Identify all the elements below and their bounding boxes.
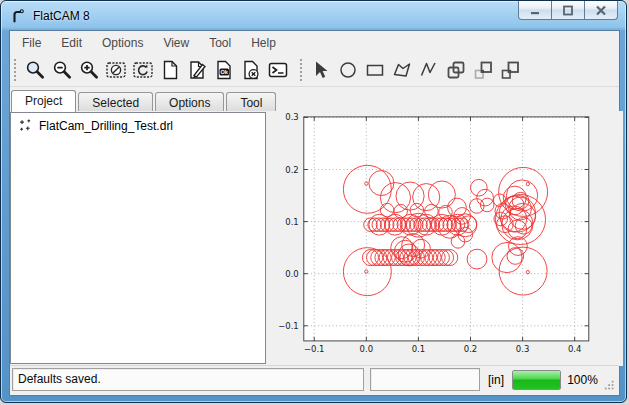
union-tool-button[interactable] bbox=[442, 56, 469, 84]
tab-tool[interactable]: Tool bbox=[226, 92, 276, 111]
tab-selected[interactable]: Selected bbox=[78, 92, 153, 111]
clear-plot-icon bbox=[105, 59, 127, 81]
svg-text:0.2: 0.2 bbox=[464, 344, 478, 354]
clear-plot-button[interactable] bbox=[102, 56, 129, 84]
new-file-button[interactable] bbox=[156, 56, 183, 84]
resize-grip-icon[interactable] bbox=[604, 379, 615, 392]
window-controls bbox=[519, 1, 618, 20]
menu-help[interactable]: Help bbox=[241, 32, 286, 54]
svg-text:0.4: 0.4 bbox=[568, 344, 582, 354]
status-aux-box bbox=[370, 368, 480, 391]
toolbar-grip-2[interactable] bbox=[299, 58, 303, 82]
intersection-tool-button[interactable] bbox=[469, 56, 496, 84]
zoom-out-icon bbox=[51, 59, 73, 81]
close-icon bbox=[595, 5, 607, 16]
ok-file-icon: Ok bbox=[213, 59, 235, 81]
cancel-file-button[interactable] bbox=[237, 56, 264, 84]
drill-object-icon bbox=[18, 118, 33, 133]
svg-text:−0.1: −0.1 bbox=[304, 344, 325, 354]
menu-bar: File Edit Options View Tool Help bbox=[10, 31, 619, 54]
menu-tool[interactable]: Tool bbox=[199, 32, 241, 54]
main-toolbar: Ok bbox=[10, 54, 619, 87]
menu-options[interactable]: Options bbox=[92, 32, 153, 54]
maximize-button[interactable] bbox=[551, 1, 585, 20]
zoom-in-icon bbox=[78, 59, 100, 81]
shell-icon bbox=[267, 59, 289, 81]
edit-file-icon bbox=[186, 59, 208, 81]
status-message: Defaults saved. bbox=[12, 368, 364, 391]
progress-percent-label: 100% bbox=[567, 373, 598, 387]
tree-item-drill-object[interactable]: FlatCam_Drilling_Test.drl bbox=[11, 113, 265, 133]
menu-view[interactable]: View bbox=[153, 32, 199, 54]
close-button[interactable] bbox=[584, 1, 618, 20]
menu-edit[interactable]: Edit bbox=[51, 32, 92, 54]
zoom-in-button[interactable] bbox=[75, 56, 102, 84]
maximize-icon bbox=[562, 5, 574, 16]
svg-text:0.2: 0.2 bbox=[285, 165, 299, 175]
ok-file-button[interactable]: Ok bbox=[210, 56, 237, 84]
select-tool-button[interactable] bbox=[307, 56, 334, 84]
status-bar: Defaults saved. [in] 100% bbox=[10, 365, 619, 395]
shell-button[interactable] bbox=[264, 56, 291, 84]
plot-panel: −0.10.00.10.20.30.4−0.10.00.10.20.3 bbox=[270, 111, 623, 366]
zoom-fit-icon bbox=[24, 59, 46, 81]
svg-text:0.3: 0.3 bbox=[516, 344, 530, 354]
circle-tool-button[interactable] bbox=[334, 56, 361, 84]
path-tool-button[interactable] bbox=[415, 56, 442, 84]
rectangle-tool-icon bbox=[364, 59, 386, 81]
progress-bar bbox=[512, 370, 561, 390]
tab-bar: Project Selected Options Tool bbox=[10, 87, 619, 111]
svg-text:0.0: 0.0 bbox=[285, 269, 299, 279]
svg-text:0.1: 0.1 bbox=[412, 344, 426, 354]
zoom-fit-button[interactable] bbox=[21, 56, 48, 84]
plot-canvas[interactable]: −0.10.00.10.20.30.4−0.10.00.10.20.3 bbox=[270, 111, 623, 366]
minimize-button[interactable] bbox=[518, 1, 552, 20]
path-tool-icon bbox=[418, 59, 440, 81]
app-window: FlatCAM 8 File Edit Options View Tool He… bbox=[0, 0, 627, 403]
progress-fill bbox=[513, 371, 560, 389]
svg-text:−0.1: −0.1 bbox=[278, 321, 299, 331]
intersection-icon bbox=[472, 59, 494, 81]
edit-file-button[interactable] bbox=[183, 56, 210, 84]
svg-text:0.0: 0.0 bbox=[360, 344, 374, 354]
client-area: File Edit Options View Tool Help bbox=[9, 30, 620, 396]
subtract-tool-button[interactable] bbox=[496, 56, 523, 84]
circle-tool-icon bbox=[337, 59, 359, 81]
rectangle-tool-button[interactable] bbox=[361, 56, 388, 84]
replot-icon bbox=[132, 59, 154, 81]
svg-text:0.1: 0.1 bbox=[285, 217, 299, 227]
subtract-icon bbox=[499, 59, 521, 81]
project-tree-panel: FlatCam_Drilling_Test.drl bbox=[10, 112, 266, 364]
toolbar-grip[interactable] bbox=[13, 58, 17, 82]
replot-button[interactable] bbox=[129, 56, 156, 84]
tab-options[interactable]: Options bbox=[155, 92, 224, 111]
select-icon bbox=[310, 59, 332, 81]
union-icon bbox=[445, 59, 467, 81]
tab-project[interactable]: Project bbox=[11, 90, 76, 112]
new-file-icon bbox=[159, 59, 181, 81]
polygon-tool-button[interactable] bbox=[388, 56, 415, 84]
zoom-out-button[interactable] bbox=[48, 56, 75, 84]
polygon-tool-icon bbox=[391, 59, 413, 81]
minimize-icon bbox=[529, 5, 541, 15]
window-title: FlatCAM 8 bbox=[33, 9, 90, 23]
svg-text:0.3: 0.3 bbox=[285, 112, 299, 122]
app-icon bbox=[10, 8, 26, 24]
tree-item-label: FlatCam_Drilling_Test.drl bbox=[39, 119, 173, 133]
cancel-file-icon bbox=[240, 59, 262, 81]
units-label: [in] bbox=[488, 373, 504, 387]
menu-file[interactable]: File bbox=[12, 32, 51, 54]
svg-text:Ok: Ok bbox=[220, 69, 228, 75]
